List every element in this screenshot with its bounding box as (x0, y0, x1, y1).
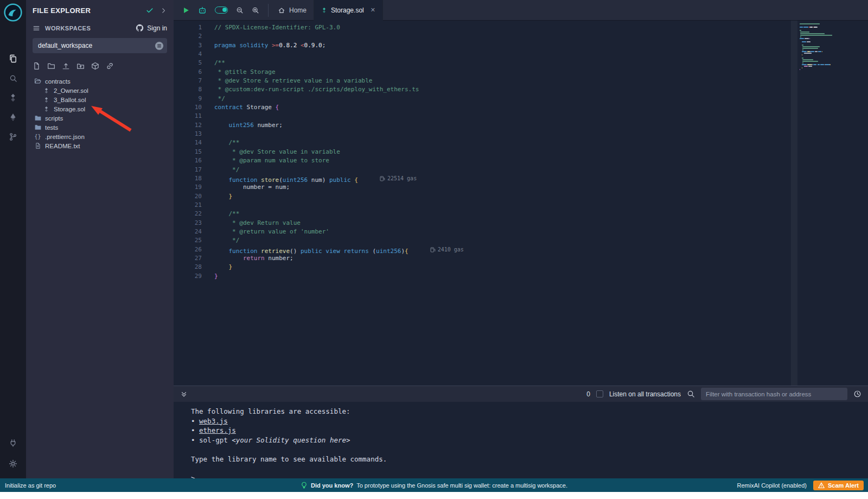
code-line: // SPDX-License-Identifier: GPL-3.0 (214, 23, 464, 32)
lightbulb-icon (301, 482, 308, 489)
code-line (214, 32, 464, 41)
tab-home[interactable]: Home (271, 0, 314, 21)
transaction-count-badge: 0 (586, 390, 590, 398)
copilot-toggle[interactable] (215, 7, 228, 14)
tree-item-3-ballot-sol[interactable]: 3_Ballot.sol (26, 95, 174, 104)
code-line (214, 50, 464, 59)
code-content: // SPDX-License-Identifier: GPL-3.0 prag… (214, 23, 464, 281)
code-line: /** (214, 210, 464, 218)
tab-storage-sol[interactable]: Storage.sol ✕ (314, 0, 383, 21)
file-icon (34, 142, 42, 149)
tip-text: To prototype using the Gnosis safe multi… (356, 482, 567, 489)
link-icon[interactable] (106, 62, 114, 70)
folder-open-icon (34, 78, 42, 85)
code-line: contract Storage { (214, 103, 464, 112)
code-line: * @dev Store value in variable (214, 148, 464, 156)
close-tab-icon[interactable]: ✕ (371, 7, 375, 14)
editor-toolbar: Home Storage.sol ✕ (174, 0, 868, 21)
history-icon[interactable] (853, 390, 861, 398)
zoom-in-icon[interactable] (252, 7, 259, 14)
github-icon (136, 24, 144, 32)
code-line: } (214, 272, 464, 281)
remix-logo-icon[interactable] (3, 3, 23, 22)
workspace-options-icon[interactable] (155, 41, 164, 50)
code-editor[interactable]: 1234567891011121314151617181920212223242… (174, 21, 868, 386)
workspaces-row: WORKSPACES Sign in (26, 21, 174, 33)
folder-icon (34, 124, 42, 131)
code-line: uint256 number; (214, 121, 464, 130)
tree-item-label: 3_Ballot.sol (54, 97, 86, 103)
code-line: * @dev Return value (214, 219, 464, 228)
code-line: * @dev Store & retrieve value in a varia… (214, 77, 464, 85)
tree-item-contracts[interactable]: contracts (26, 77, 174, 86)
code-line (214, 130, 464, 138)
tab-label: Home (289, 7, 307, 14)
listen-all-transactions-checkbox[interactable] (596, 390, 603, 397)
tree-item-label: scripts (45, 115, 63, 122)
code-line: */ (214, 166, 464, 174)
minimap[interactable] (800, 23, 864, 71)
tree-item-tests[interactable]: tests (26, 123, 174, 132)
gas-estimate-badge[interactable]: 2410 gas (430, 245, 464, 254)
listen-label: Listen on all transactions (609, 390, 681, 398)
terminal-link[interactable]: ethers.js (199, 426, 236, 434)
box-icon[interactable] (91, 62, 99, 70)
upload-folder-icon[interactable] (76, 62, 85, 70)
tree-item-scripts[interactable]: scripts (26, 113, 174, 123)
run-script-button[interactable] (182, 7, 190, 14)
tree-item--prettierrc-json[interactable]: {}.prettierrc.json (26, 132, 174, 141)
gas-estimate-badge[interactable]: 22514 gas (380, 174, 417, 183)
git-icon[interactable] (0, 131, 26, 143)
editor-scrollbar[interactable] (791, 21, 797, 386)
sign-in-label: Sign in (147, 24, 167, 32)
code-line: */ (214, 236, 464, 245)
code-line: } (214, 192, 464, 201)
workspace-select[interactable]: default_workspace (33, 38, 167, 53)
solidity-file-icon (321, 7, 327, 14)
settings-icon[interactable] (0, 458, 26, 470)
copilot-status[interactable]: RemixAI Copilot (enabled) (737, 482, 807, 489)
ai-copilot-icon[interactable] (198, 6, 207, 15)
plugin-manager-icon[interactable] (0, 437, 26, 449)
check-icon[interactable] (146, 7, 154, 14)
terminal-line: • sol-gpt <your Solidity question here> (191, 435, 868, 445)
zoom-out-icon[interactable] (236, 7, 244, 14)
did-you-know-tip: Did you know? To prototype using the Gno… (301, 482, 567, 489)
expand-terminal-icon[interactable] (180, 390, 188, 398)
transaction-filter-input[interactable] (701, 388, 847, 400)
file-tree: contracts2_Owner.sol3_Ballot.solStorage.… (26, 74, 174, 150)
code-line: } (214, 263, 464, 271)
solidity-file-icon (42, 87, 50, 94)
upload-file-icon[interactable] (62, 62, 70, 70)
tree-item-2-owner-sol[interactable]: 2_Owner.sol (26, 86, 174, 95)
code-line: number = num; (214, 183, 464, 192)
search-icon[interactable] (0, 72, 26, 84)
solidity-compiler-icon[interactable] (0, 92, 26, 104)
code-line: * @title Storage (214, 68, 464, 77)
new-file-icon[interactable] (33, 62, 41, 70)
search-icon[interactable] (687, 390, 695, 398)
terminal-line: The following libraries are accessible: (191, 407, 868, 416)
new-folder-icon[interactable] (47, 62, 55, 70)
code-line: function store(uint256 num) public {2251… (214, 174, 464, 183)
tree-item-label: Storage.sol (54, 106, 85, 112)
hamburger-menu-icon[interactable] (33, 24, 40, 32)
tree-item-storage-sol[interactable]: Storage.sol (26, 104, 174, 113)
file-explorer-icon[interactable] (0, 53, 26, 65)
code-line: /** (214, 138, 464, 147)
tree-item-readme-txt[interactable]: README.txt (26, 141, 174, 150)
terminal-output[interactable]: The following libraries are accessible:•… (174, 402, 868, 478)
chevron-right-icon[interactable] (160, 7, 167, 14)
deploy-run-icon[interactable] (0, 111, 26, 123)
tree-item-label: .prettierrc.json (45, 134, 85, 140)
code-line: * @return value of 'number' (214, 228, 464, 236)
home-icon (278, 7, 285, 14)
tree-item-label: contracts (45, 78, 71, 85)
init-git-repo-button[interactable]: Initialize as git repo (0, 482, 56, 489)
json-icon: {} (34, 134, 42, 140)
tree-item-label: 2_Owner.sol (54, 87, 88, 94)
scam-alert-button[interactable]: Scam Alert (813, 481, 864, 490)
terminal-link[interactable]: web3.js (199, 417, 228, 425)
terminal-line: • ethers.js (191, 426, 868, 435)
sign-in-button[interactable]: Sign in (136, 24, 167, 32)
